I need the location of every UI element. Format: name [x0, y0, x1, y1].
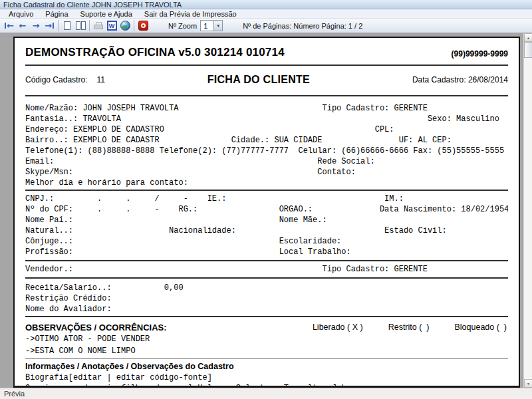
scroll-up-icon[interactable]: ▲ [524, 33, 532, 42]
document-line: Biografia[editar | editar código-fonte] [25, 372, 508, 383]
observacoes-lines: ->OTIMO ATOR - PODE VENDER->ESTA COM O N… [25, 333, 508, 357]
toolbar-separator [58, 20, 59, 31]
financial-section: Receita/Salario..: 0,00Restrição Crédido… [25, 283, 508, 315]
document-line: O mais novo de seis filhos do casal Hele… [25, 383, 508, 388]
menu-item[interactable]: Sair da Prévia de Impressão [138, 10, 243, 18]
document-title: FICHA DO CLIENTE [105, 74, 412, 86]
two-page-view-icon [76, 21, 86, 30]
scrollbar-thumb[interactable] [524, 42, 532, 58]
zoom-label: Nº Zoom [168, 22, 197, 30]
codigo-cadastro-label: Código Cadastro: [25, 75, 87, 84]
single-page-view-icon [64, 21, 70, 30]
status-flag: Bloqueado ( ) [454, 323, 507, 332]
status-flag: Restrito ( ) [388, 323, 430, 332]
next-page-button[interactable]: → [29, 20, 43, 32]
divider [25, 190, 508, 191]
toolbar-separator [89, 20, 90, 31]
status-flags: Liberado ( X )Restrito ( )Bloqueado ( ) [313, 323, 508, 332]
personal-section: CNPJ.: . . / - IE.: IM.:Nº do CPF: . . -… [25, 194, 508, 257]
first-page-icon [5, 23, 6, 29]
menu-item[interactable]: Página [39, 10, 74, 18]
informacoes-title: Informações / Anotações / Observações do… [25, 362, 508, 372]
contact-section: Nome/Razão: JOHN JOSEPH TRAVOLTA Tipo Ca… [25, 103, 508, 188]
export-pdf-icon [138, 21, 148, 31]
document-line: Telefone(1): (88)88888-8888 Telefone(2):… [25, 146, 508, 156]
observacoes-title: OBSERVAÇÕES / OCORRÊNCIAS: [25, 323, 167, 332]
next-page-icon: → [33, 21, 40, 31]
app-window: Ficha Cadastral do Cliente JOHN JOSEPH T… [0, 0, 532, 399]
status-bar: Prévia [0, 388, 532, 399]
pages-info: Nº de Páginas: Número Página: 1 / 2 [243, 22, 362, 30]
last-page-button[interactable]: → [43, 20, 56, 32]
document-line: Natural..: Nacionalidade: Estado Civil: [25, 225, 508, 236]
divider [25, 277, 508, 279]
document-line: Fantasia..: TRAVOLTA Sexo: Masculino [25, 114, 508, 124]
document-line: Profissão: Local Trabalho: [25, 247, 508, 257]
print-button[interactable] [92, 20, 105, 32]
document-page: DEMONSTRAÇÃO OFICINA v5.0 301214 010714 … [13, 37, 520, 388]
preview-area: DEMONSTRAÇÃO OFICINA v5.0 301214 010714 … [0, 33, 532, 388]
toolbar-separator [134, 20, 134, 31]
two-page-view-button[interactable] [74, 20, 87, 32]
document-line: Nº do CPF: . . - RG.: ORGAO.: Data Nasci… [25, 204, 508, 215]
title-bar: Ficha Cadastral do Cliente JOHN JOSEPH T… [0, 0, 532, 9]
divider [25, 95, 508, 96]
toolbar: ← ← → → W Nº Zoom [0, 19, 532, 33]
single-page-view-button[interactable] [61, 20, 74, 32]
document-line: Bairro..: EXEMPLO DE CADASTR Cidade.: SU… [25, 135, 508, 146]
window-title: Ficha Cadastral do Cliente JOHN JOSEPH T… [3, 0, 182, 9]
document-line: Skype/Msn: Contato: [25, 167, 508, 178]
previous-page-button[interactable]: ← [16, 20, 29, 32]
document-line: CNPJ.: . . / - IE.: IM.: [25, 194, 508, 204]
document-line: Melhor dia e horário para contato: [25, 178, 508, 188]
zoom-select[interactable]: 1 ▼ [200, 20, 223, 31]
export-html-button[interactable] [118, 20, 132, 32]
document-line: Email: Rede Social: [25, 156, 508, 167]
document-title-row: Código Cadastro: 11 FICHA DO CLIENTE Dat… [25, 72, 508, 87]
document-line: Nome do Avaliador: [25, 304, 508, 315]
previous-page-icon: ← [19, 21, 27, 31]
menu-item[interactable]: Suporte e Ajuda [74, 10, 138, 18]
export-word-icon: W [107, 21, 117, 31]
export-pdf-button[interactable] [136, 20, 150, 32]
divider [25, 65, 508, 66]
company-title: DEMONSTRAÇÃO OFICINA v5.0 301214 010714 [25, 46, 285, 59]
vendedor-section: Vendedor.: Tipo Cadastro: GERENTE [25, 264, 508, 275]
divider [25, 316, 508, 317]
company-phone: (99)99999-9999 [452, 49, 508, 59]
status-label: Prévia [4, 390, 25, 398]
status-flag: Liberado ( X ) [313, 323, 363, 332]
document-line: Restrição Crédido: [25, 293, 508, 304]
chevron-down-icon[interactable]: ▼ [213, 21, 222, 31]
document-line: Cônjuge..: Escolaridade: [25, 236, 508, 247]
document-line: Nome Pai.: Nome Mãe.: [25, 215, 508, 225]
divider [25, 358, 508, 359]
export-html-icon [120, 21, 130, 31]
document-line: ->ESTA COM O NOME LIMPO [25, 345, 508, 357]
observacoes-header: OBSERVAÇÕES / OCORRÊNCIAS: Liberado ( X … [25, 321, 508, 333]
zoom-value: 1 [201, 21, 213, 31]
codigo-cadastro-value: 11 [96, 75, 104, 84]
document-line: Endereço: EXEMPLO DE CADASTRO CPL: [25, 124, 508, 135]
document-line: ->OTIMO ATOR - PODE VENDER [25, 333, 508, 345]
vertical-scrollbar[interactable]: ▲ ▼ [523, 33, 532, 388]
document-line: Nome/Razão: JOHN JOSEPH TRAVOLTA Tipo Ca… [25, 103, 508, 114]
document-line: Receita/Salario..: 0,00 [25, 283, 508, 293]
divider [25, 260, 508, 261]
first-page-button[interactable]: ← [3, 20, 16, 32]
print-icon [94, 22, 103, 29]
data-cadastro: Data Cadastro: 26/08/2014 [412, 75, 508, 84]
document-header: DEMONSTRAÇÃO OFICINA v5.0 301214 010714 … [25, 38, 508, 59]
menu-bar: ArquivoPáginaSuporte e AjudaSair da Prév… [0, 9, 532, 19]
last-page-icon [53, 23, 54, 29]
scroll-down-icon[interactable]: ▼ [524, 379, 532, 388]
informacoes-lines: Biografia[editar | editar código-fonte]O… [25, 372, 508, 388]
menu-item[interactable]: Arquivo [3, 10, 39, 18]
export-word-button[interactable]: W [105, 20, 118, 32]
document-line: Vendedor.: Tipo Cadastro: GERENTE [25, 264, 508, 275]
